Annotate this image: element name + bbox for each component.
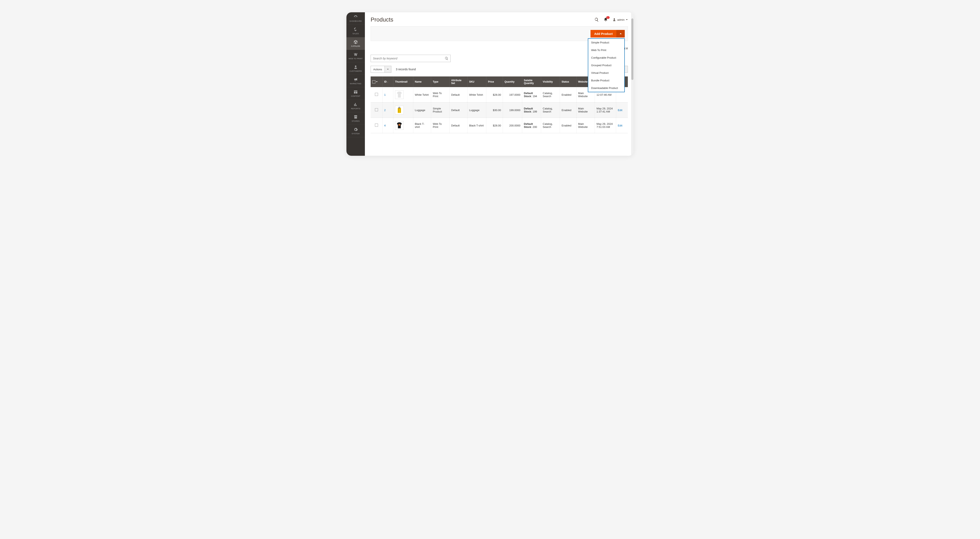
- add-product-dropdown-toggle[interactable]: [617, 30, 625, 38]
- cell-id[interactable]: 2: [382, 103, 393, 118]
- cell-salable: Default Stock: 194: [522, 87, 541, 103]
- svg-rect-0: [398, 108, 401, 113]
- cell-id[interactable]: 1: [382, 87, 393, 103]
- cell-type: Web To Print: [431, 87, 449, 103]
- bell-icon[interactable]: 1: [603, 17, 608, 22]
- th-visibility[interactable]: Visibility: [541, 76, 560, 87]
- add-product-dropdown-menu: Simple Product Web To Print Configurable…: [588, 38, 625, 92]
- sidebar-item-marketing[interactable]: MARKETING: [347, 75, 365, 87]
- th-quantity[interactable]: Quantity: [503, 76, 522, 87]
- user-name: admin: [617, 18, 625, 21]
- cell-attr: Default: [449, 118, 467, 133]
- chevron-down-icon: [626, 19, 628, 21]
- cell-checkbox[interactable]: [371, 118, 382, 133]
- dropdown-item-downloadable[interactable]: Downloadable Product: [588, 84, 624, 92]
- actions-label: Actions: [371, 68, 385, 71]
- table-row[interactable]: 2LuggageSimple ProductDefaultLuggage$30.…: [371, 103, 628, 118]
- chevron-down-icon: [376, 81, 378, 83]
- dropdown-item-configurable[interactable]: Configurable Product: [588, 54, 624, 62]
- th-sku[interactable]: SKU: [468, 76, 486, 87]
- gear-icon: [353, 127, 358, 132]
- sidebar-item-content[interactable]: CONTENT: [347, 87, 365, 100]
- dollar-icon: [353, 27, 358, 32]
- th-attribute-set[interactable]: Attribute Set: [449, 76, 467, 87]
- cell-sku: Black T-shirt: [468, 118, 486, 133]
- sidebar-item-dashboard[interactable]: DASHBOARD: [347, 12, 365, 25]
- sidebar-item-label: DASHBOARD: [350, 20, 362, 22]
- th-id[interactable]: ID↓: [382, 76, 393, 87]
- action-bar: Add Product Simple Product Web To Print …: [371, 26, 628, 41]
- page-header: Products 1 admin: [371, 16, 628, 23]
- cell-visibility: Catalog, Search: [541, 87, 560, 103]
- cell-visibility: Catalog, Search: [541, 103, 560, 118]
- th-thumbnail[interactable]: Thumbnail: [393, 76, 413, 87]
- actions-select[interactable]: Actions: [371, 66, 391, 73]
- sidebar-item-label: SALES: [353, 33, 359, 35]
- scrollbar-thumb[interactable]: [631, 19, 633, 80]
- cell-sku: White Tshirt: [468, 87, 486, 103]
- th-name[interactable]: Name: [413, 76, 431, 87]
- search-icon[interactable]: [594, 17, 599, 22]
- cell-date: May 29, 2024 1:37:41 AM: [595, 103, 616, 118]
- th-status[interactable]: Status: [560, 76, 577, 87]
- sidebar-item-sales[interactable]: SALES: [347, 25, 365, 37]
- cell-visibility: Catalog, Search: [541, 118, 560, 133]
- th-type[interactable]: Type: [431, 76, 449, 87]
- sidebar-item-label: STORES: [352, 120, 360, 122]
- cell-qty: 197.0000: [503, 87, 522, 103]
- sidebar-item-label: REPORTS: [351, 108, 360, 109]
- sidebar-item-label: MARKETING: [350, 82, 361, 85]
- cell-checkbox[interactable]: [371, 103, 382, 118]
- table-row[interactable]: 4Black T-shirtWeb To PrintDefaultBlack T…: [371, 118, 628, 133]
- cell-thumbnail: [393, 118, 413, 133]
- sidebar-item-reports[interactable]: REPORTS: [347, 100, 365, 112]
- search-box: [371, 55, 450, 62]
- sidebar-item-system[interactable]: SYSTEM: [347, 125, 365, 137]
- cell-action-edit[interactable]: Edit: [616, 103, 628, 118]
- person-icon: [353, 65, 358, 69]
- cell-qty: 199.0000: [503, 103, 522, 118]
- dropdown-item-grouped[interactable]: Grouped Product: [588, 62, 624, 69]
- megaphone-icon: [353, 77, 358, 82]
- gauge-icon: [353, 15, 358, 19]
- cell-websites: Main Website: [576, 118, 595, 133]
- add-product-button[interactable]: Add Product: [590, 30, 617, 38]
- cell-name: White Tshirt: [413, 87, 431, 103]
- cell-status: Enabled: [560, 87, 577, 103]
- cell-price: $30.00: [486, 103, 503, 118]
- sidebar-item-customers[interactable]: CUSTOMERS: [347, 62, 365, 75]
- chevron-down-icon: [387, 68, 389, 70]
- cell-attr: Default: [449, 103, 467, 118]
- sidebar-item-label: CUSTOMERS: [350, 70, 362, 72]
- cell-id[interactable]: 4: [382, 118, 393, 133]
- product-thumbnail: [395, 106, 404, 114]
- th-price[interactable]: Price: [486, 76, 503, 87]
- cell-thumbnail: [393, 103, 413, 118]
- user-menu[interactable]: admin: [612, 18, 628, 22]
- sidebar-item-webtoprint[interactable]: WEB TO PRINT: [347, 50, 365, 62]
- search-icon[interactable]: [445, 57, 449, 60]
- cell-qty: 200.0000: [503, 118, 522, 133]
- user-icon: [612, 18, 616, 22]
- product-thumbnail: [395, 90, 404, 99]
- cell-checkbox[interactable]: [371, 87, 382, 103]
- sidebar: DASHBOARD SALES CATALOG WEB TO PRINT CUS…: [347, 12, 365, 156]
- dropdown-item-simple[interactable]: Simple Product: [588, 39, 624, 46]
- actions-toggle[interactable]: [385, 66, 391, 73]
- th-checkbox[interactable]: [371, 76, 382, 87]
- th-salable[interactable]: Salable Quantity: [522, 76, 541, 87]
- dropdown-item-webtoprint[interactable]: Web To Print: [588, 46, 624, 54]
- sidebar-item-catalog[interactable]: CATALOG: [347, 37, 365, 50]
- sidebar-item-stores[interactable]: STORES: [347, 112, 365, 125]
- sidebar-item-label: CATALOG: [351, 45, 360, 47]
- cell-action-edit[interactable]: Edit: [616, 118, 628, 133]
- dropdown-item-bundle[interactable]: Bundle Product: [588, 77, 624, 84]
- layout-icon: [353, 90, 358, 94]
- scrollbar[interactable]: [631, 12, 633, 156]
- svg-rect-1: [399, 107, 400, 108]
- cell-status: Enabled: [560, 118, 577, 133]
- cell-salable: Default Stock: 199: [522, 103, 541, 118]
- cell-type: Web To Print: [431, 118, 449, 133]
- search-input[interactable]: [373, 57, 445, 60]
- dropdown-item-virtual[interactable]: Virtual Product: [588, 69, 624, 77]
